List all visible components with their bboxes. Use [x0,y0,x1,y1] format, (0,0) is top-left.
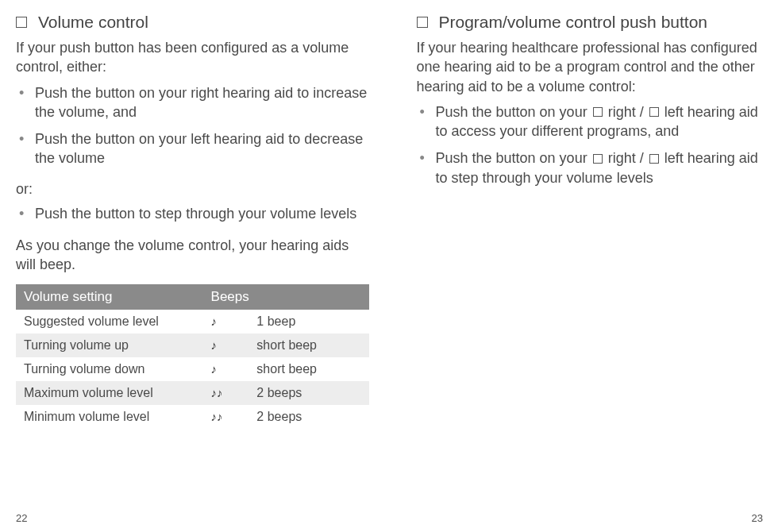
table-cell: Minimum volume level [16,405,203,429]
checkbox-icon [593,107,603,117]
table-cell: Maximum volume level [16,381,203,405]
table-row: Turning volume up ♪ short beep [16,333,369,357]
checkbox-icon [593,154,603,164]
text-part: right / [604,150,648,166]
note-icon: ♪ [203,310,249,333]
or-text: or: [16,181,369,198]
heading-row: Volume control [16,13,369,32]
text-part: right / [604,104,648,120]
intro-paragraph: If your push button has been configured … [16,38,369,77]
page-number: 22 [16,512,27,524]
note-icon: ♪ [203,333,249,357]
note-icon: ♪♪ [203,405,249,428]
note-icon: ♪♪ [203,381,249,404]
table-row: Maximum volume level ♪♪ 2 beeps [16,381,369,405]
bullet-list-1: Push the button on your right hearing ai… [16,83,369,176]
section-heading: Program/volume control push button [439,13,708,32]
bullet-list: Push the button on your right / left hea… [417,102,764,195]
table-cell: 2 beeps [248,381,368,405]
outro-paragraph: As you change the volume control, your h… [16,236,369,275]
list-item: Push the button on your right / left hea… [417,148,764,187]
checkbox-icon [417,17,428,28]
table-row: Minimum volume level ♪♪ 2 beeps [16,405,369,429]
list-item: Push the button on your right hearing ai… [16,83,369,122]
table-header-row: Volume setting Beeps [16,284,369,310]
text-part: Push the button on your [436,104,591,120]
right-page: Program/volume control push button If yo… [391,0,783,532]
table-cell: short beep [248,357,368,381]
table-cell: Turning volume up [16,333,203,357]
bullet-list-2: Push the button to step through your vol… [16,204,369,231]
table-cell: short beep [248,333,368,357]
left-page: Volume control If your push button has b… [0,0,391,532]
intro-paragraph: If your hearing healthcare professional … [417,38,764,96]
table-header: Volume setting [16,284,203,310]
list-item: Push the button on your right / left hea… [417,102,764,141]
text-part: Push the button on your [436,150,591,166]
note-icon: ♪ [203,357,249,380]
table-row: Suggested volume level ♪ 1 beep [16,310,369,333]
checkbox-icon [649,107,659,117]
table-cell: 1 beep [248,310,368,333]
page-number: 23 [752,512,763,524]
list-item: Push the button to step through your vol… [16,204,369,223]
table-row: Turning volume down ♪ short beep [16,357,369,381]
section-heading: Volume control [38,13,148,32]
table-header: Beeps [203,284,369,310]
table-cell: Turning volume down [16,357,203,381]
volume-table: Volume setting Beeps Suggested volume le… [16,284,369,429]
table-cell: Suggested volume level [16,310,203,333]
list-item: Push the button on your left hearing aid… [16,129,369,168]
table-cell: 2 beeps [248,405,368,429]
checkbox-icon [649,154,659,164]
heading-row: Program/volume control push button [417,13,764,32]
checkbox-icon [16,17,27,28]
